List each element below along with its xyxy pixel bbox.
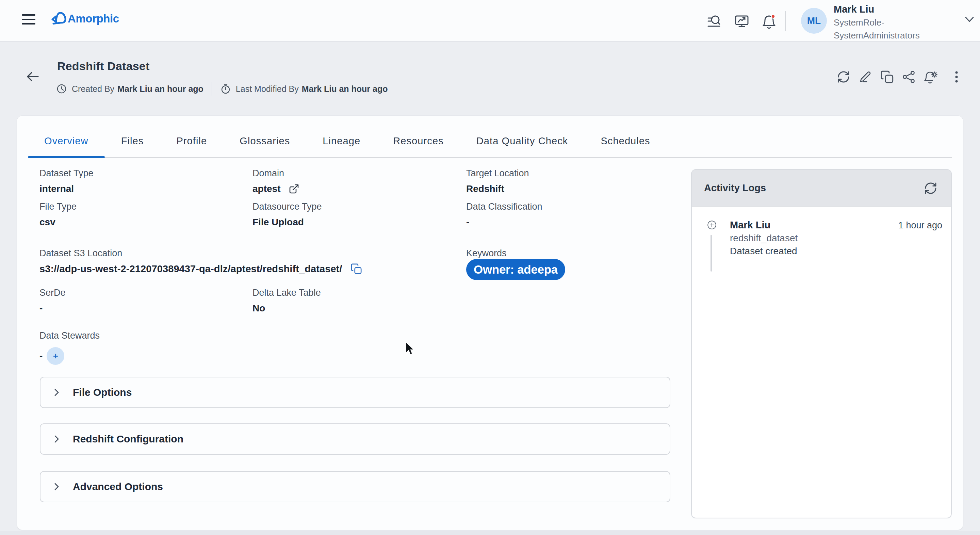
timer-icon [221, 84, 231, 94]
field-value: - [40, 302, 66, 315]
activity-logs-panel: Activity Logs Mark Liu 1 hour ago redshi… [691, 169, 952, 518]
chevron-down-icon[interactable] [964, 16, 975, 24]
field-s3-location: Dataset S3 Location s3://adp-us-west-2-2… [40, 247, 362, 275]
activity-log-item: Mark Liu 1 hour ago redshift_dataset Dat… [692, 207, 951, 258]
notification-settings-icon[interactable] [924, 70, 937, 84]
created-by-prefix: Created By [72, 84, 115, 94]
add-steward-button[interactable]: + [47, 347, 64, 365]
field-delta-lake-table: Delta Lake Table No [253, 287, 321, 315]
field-label: Data Classification [466, 201, 542, 212]
field-label: Target Location [466, 167, 529, 179]
field-value: csv [40, 216, 76, 229]
field-datasource-type: Datasource Type File Upload [253, 201, 322, 229]
chevron-right-icon [51, 387, 62, 398]
topbar-divider [785, 11, 786, 31]
timeline-connector [711, 235, 712, 272]
external-link-icon[interactable] [288, 184, 299, 194]
edit-pencil-icon[interactable] [859, 70, 872, 84]
field-data-classification: Data Classification - [466, 201, 542, 229]
section-file-options[interactable]: File Options [40, 377, 670, 408]
avatar-initials: ML [807, 15, 821, 26]
field-target-location: Target Location Redshift [466, 167, 529, 195]
mouse-cursor [405, 341, 415, 357]
user-block[interactable]: Mark Liu SystemRole- SystemAdministrator… [834, 3, 946, 42]
field-value: No [253, 302, 321, 315]
chevron-right-icon [51, 434, 62, 444]
log-action: Dataset created [730, 245, 942, 258]
field-value: aptest [253, 182, 280, 195]
tab-lineage[interactable]: Lineage [306, 116, 377, 157]
plus-circle-icon [707, 220, 717, 230]
tab-profile[interactable]: Profile [160, 116, 223, 157]
log-user-name: Mark Liu [730, 219, 898, 231]
field-label: SerDe [40, 287, 66, 298]
chevron-right-icon [51, 482, 62, 492]
notifications-bell-icon[interactable] [762, 14, 776, 29]
header-actions [829, 70, 961, 84]
section-advanced-options[interactable]: Advanced Options [40, 471, 670, 502]
field-label: Datasource Type [253, 201, 322, 212]
tab-files[interactable]: Files [105, 116, 160, 157]
field-value: File Upload [253, 216, 322, 229]
field-label: File Type [40, 201, 76, 212]
created-by-value: Mark Liu an hour ago [118, 84, 204, 94]
tab-schedules[interactable]: Schedules [584, 116, 666, 157]
copy-icon[interactable] [880, 70, 894, 84]
tab-bar: Overview Files Profile Glossaries Lineag… [28, 116, 952, 158]
field-serde: SerDe - [40, 287, 66, 315]
field-dataset-type: Dataset Type internal [40, 167, 94, 195]
section-title: Advanced Options [73, 481, 163, 492]
bottom-strip [0, 531, 980, 535]
page-title: Redshift Dataset [57, 60, 150, 73]
page-header: Redshift Dataset Created By Mark Liu an … [0, 41, 980, 116]
tab-data-quality-check[interactable]: Data Quality Check [460, 116, 585, 157]
share-icon[interactable] [902, 70, 916, 84]
dataset-card: Overview Files Profile Glossaries Lineag… [17, 116, 963, 530]
user-name: Mark Liu [834, 3, 946, 16]
field-label: Data Stewards [40, 330, 100, 341]
back-arrow-icon[interactable] [25, 69, 40, 84]
copy-s3-path-icon[interactable] [350, 263, 362, 275]
field-keywords: Keywords Owner: adeepa [466, 247, 565, 280]
activity-logs-header: Activity Logs [692, 170, 951, 207]
avatar[interactable]: ML [801, 8, 827, 34]
field-value: - [466, 216, 542, 229]
activity-logs-title: Activity Logs [704, 182, 924, 194]
section-redshift-configuration[interactable]: Redshift Configuration [40, 424, 670, 455]
top-bar: Amorphic ML Mark Liu SystemRole- [0, 0, 980, 41]
field-label: Domain [253, 167, 299, 179]
more-menu-icon[interactable] [952, 70, 961, 84]
field-data-stewards: Data Stewards - + [40, 330, 100, 365]
field-value: Redshift [466, 182, 529, 195]
refresh-activity-icon[interactable] [924, 182, 937, 195]
user-role-line2: SystemAdministrators [834, 29, 946, 42]
section-title: File Options [73, 387, 132, 398]
reload-icon[interactable] [837, 70, 850, 84]
tab-resources[interactable]: Resources [377, 116, 460, 157]
field-label: Dataset Type [40, 167, 94, 179]
log-timestamp: 1 hour ago [898, 220, 942, 231]
page-meta: Created By Mark Liu an hour ago Last Mod… [56, 82, 388, 96]
modified-by-value: Mark Liu an hour ago [302, 84, 388, 94]
user-role-line1: SystemRole- [834, 16, 946, 29]
tab-overview[interactable]: Overview [28, 116, 105, 157]
keyword-pill[interactable]: Owner: adeepa [466, 259, 565, 280]
modified-by-prefix: Last Modified By [236, 84, 299, 94]
topbar-right: ML Mark Liu SystemRole- SystemAdministra… [0, 0, 980, 41]
field-label: Dataset S3 Location [40, 247, 362, 259]
field-domain: Domain aptest [253, 167, 299, 195]
field-value: - [40, 350, 43, 361]
section-title: Redshift Configuration [73, 433, 183, 445]
analytics-icon[interactable] [734, 14, 749, 29]
field-value: internal [40, 182, 94, 195]
meta-divider [212, 82, 212, 96]
field-file-type: File Type csv [40, 201, 76, 229]
field-value: s3://adp-us-west-2-212070389437-qa-dlz/a… [40, 263, 342, 275]
log-dataset-name: redshift_dataset [730, 232, 942, 245]
field-label: Delta Lake Table [253, 287, 321, 298]
field-label: Keywords [466, 247, 565, 259]
search-icon[interactable] [707, 14, 722, 29]
plus-icon: + [53, 351, 58, 361]
tab-glossaries[interactable]: Glossaries [223, 116, 306, 157]
clock-icon [56, 84, 67, 94]
